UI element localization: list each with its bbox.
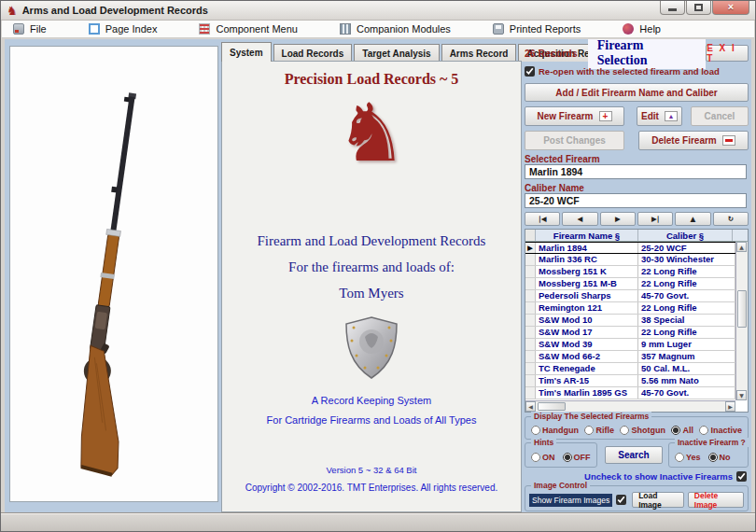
- menu-component-menu[interactable]: Component Menu: [199, 23, 297, 35]
- radio-hints-on-input[interactable]: [531, 453, 540, 462]
- firearm-name-cell[interactable]: Remington 121: [536, 302, 638, 314]
- radio-shotgun[interactable]: Shotgun: [620, 426, 665, 435]
- firearm-name-cell[interactable]: Mossberg 151 K: [536, 266, 638, 277]
- caliber-cell[interactable]: 38 Special: [638, 315, 735, 326]
- add-edit-firearm-button[interactable]: Add / Edit Firearm Name and Caliber: [525, 83, 749, 102]
- scroll-down-icon[interactable]: ▼: [736, 390, 747, 400]
- firearm-name-cell[interactable]: S&W Mod 39: [536, 339, 638, 350]
- radio-handgun-input[interactable]: [531, 426, 540, 435]
- radio-shotgun-input[interactable]: [620, 426, 629, 435]
- first-record-button[interactable]: |◀: [525, 212, 560, 226]
- tab-target-analysis[interactable]: Target Analysis: [354, 44, 439, 62]
- radio-hints-off-input[interactable]: [563, 453, 572, 462]
- menu-companion-modules[interactable]: Companion Modules: [340, 23, 451, 35]
- table-row[interactable]: Mossberg 151 M-B22 Long Rifle: [525, 278, 735, 290]
- caliber-cell[interactable]: 22 Long Rifle: [638, 266, 735, 277]
- next-record-button[interactable]: ▶: [600, 212, 636, 226]
- radio-inactive-no[interactable]: No: [708, 453, 731, 462]
- table-horizontal-scrollbar[interactable]: ◀ ▶: [525, 400, 735, 412]
- exit-button[interactable]: E X I T: [706, 45, 749, 62]
- firearm-name-cell[interactable]: TC Renegade: [536, 363, 638, 374]
- table-row[interactable]: S&W Mod 66-2357 Magnum: [525, 351, 735, 363]
- firearm-name-cell[interactable]: Marlin 1894: [536, 243, 638, 253]
- caliber-header[interactable]: Caliber §: [638, 230, 733, 241]
- radio-rifle[interactable]: Rifle: [584, 426, 614, 435]
- caliber-cell[interactable]: 9 mm Luger: [638, 339, 735, 350]
- caliber-cell[interactable]: 30-30 Winchester: [638, 254, 735, 265]
- radio-all[interactable]: All: [671, 426, 693, 435]
- radio-handgun[interactable]: Handgun: [531, 426, 579, 435]
- table-row[interactable]: TC Renegade50 Cal. M.L.: [525, 363, 735, 375]
- scroll-left-icon[interactable]: ◀: [525, 401, 536, 412]
- radio-inactive-yes[interactable]: Yes: [675, 453, 701, 462]
- horizontal-scroll-thumb[interactable]: [538, 402, 566, 411]
- caliber-cell[interactable]: 45-70 Govt.: [638, 387, 735, 399]
- table-row[interactable]: Mossberg 151 K22 Long Rifle: [525, 266, 735, 278]
- table-row[interactable]: Remington 12122 Long Rifle: [525, 302, 735, 315]
- caliber-cell[interactable]: 45-70 Govt.: [638, 290, 735, 301]
- menu-printed-reports[interactable]: Printed Reports: [493, 23, 581, 35]
- tab-load-records[interactable]: Load Records: [273, 44, 353, 62]
- caliber-cell[interactable]: 22 Long Rifle: [638, 278, 735, 289]
- reopen-checkbox[interactable]: [525, 66, 535, 77]
- load-image-button[interactable]: Load Image: [632, 492, 684, 508]
- minimize-button[interactable]: [660, 1, 685, 15]
- table-row[interactable]: Pedersoli Sharps45-70 Govt.: [525, 290, 735, 302]
- table-row[interactable]: S&W Mod 399 mm Luger: [525, 339, 735, 351]
- table-row[interactable]: Tim's AR-155.56 mm Nato: [525, 375, 735, 387]
- firearm-name-cell[interactable]: Marlin 336 RC: [536, 254, 638, 265]
- firearm-name-cell[interactable]: Mossberg 151 M-B: [536, 278, 638, 289]
- menu-file[interactable]: File: [13, 23, 47, 35]
- menu-help[interactable]: Help: [623, 23, 661, 35]
- search-button[interactable]: Search: [605, 446, 663, 464]
- maximize-button[interactable]: [686, 1, 711, 15]
- table-row[interactable]: Marlin 336 RC30-30 Winchester: [525, 254, 735, 266]
- caliber-name-input[interactable]: [525, 193, 747, 208]
- delete-image-button[interactable]: Delete Image: [688, 492, 744, 508]
- uncheck-inactive-checkbox[interactable]: [736, 471, 747, 482]
- caliber-cell[interactable]: 22 Long Rifle: [638, 302, 735, 314]
- caliber-cell[interactable]: 25-20 WCF: [638, 243, 735, 253]
- scroll-up-icon[interactable]: ▲: [736, 242, 747, 252]
- selected-firearm-input[interactable]: [525, 164, 747, 179]
- firearm-name-cell[interactable]: Pedersoli Sharps: [536, 290, 638, 301]
- vertical-scroll-thumb[interactable]: [737, 290, 747, 328]
- table-row[interactable]: ▶Marlin 189425-20 WCF: [525, 242, 735, 254]
- show-firearm-images-checkbox[interactable]: [616, 495, 626, 505]
- caliber-cell[interactable]: 50 Cal. M.L.: [638, 363, 735, 374]
- tab-arms-record[interactable]: Arms Record: [441, 44, 517, 62]
- table-row[interactable]: S&W Mod 1038 Special: [525, 315, 735, 327]
- refresh-button[interactable]: ↻: [713, 212, 749, 226]
- caliber-cell[interactable]: 5.56 mm Nato: [638, 375, 735, 386]
- edit-button[interactable]: Edit▲: [637, 106, 682, 126]
- firearm-name-cell[interactable]: S&W Mod 17: [536, 327, 638, 338]
- previous-record-button[interactable]: ◀: [562, 212, 597, 226]
- table-vertical-scrollbar[interactable]: ▲ ▼: [735, 242, 748, 400]
- insert-record-button[interactable]: ▲: [675, 212, 710, 226]
- radio-inactive[interactable]: Inactive: [699, 426, 742, 435]
- tab-system[interactable]: System: [221, 42, 272, 62]
- caliber-cell[interactable]: 357 Magnum: [638, 351, 735, 362]
- scroll-right-icon[interactable]: ▶: [725, 401, 735, 412]
- radio-hints-off[interactable]: OFF: [563, 453, 591, 462]
- table-row[interactable]: Tim's Marlin 1895 GS45-70 Govt.: [525, 387, 735, 399]
- radio-hints-on[interactable]: ON: [531, 453, 555, 462]
- radio-all-input[interactable]: [671, 426, 680, 435]
- firearm-name-cell[interactable]: S&W Mod 10: [536, 315, 638, 326]
- firearm-name-cell[interactable]: Tim's AR-15: [536, 375, 638, 386]
- caliber-cell[interactable]: 22 Long Rifle: [638, 327, 735, 338]
- radio-inactive-input[interactable]: [699, 426, 708, 435]
- radio-rifle-input[interactable]: [584, 426, 594, 435]
- firearm-name-header[interactable]: Firearm Name §: [536, 230, 638, 241]
- table-row[interactable]: S&W Mod 1722 Long Rifle: [525, 327, 735, 339]
- firearm-name-cell[interactable]: S&W Mod 66-2: [536, 351, 638, 362]
- last-record-button[interactable]: ▶|: [637, 212, 673, 226]
- firearm-name-cell[interactable]: Tim's Marlin 1895 GS: [536, 387, 638, 399]
- new-firearm-button[interactable]: New Firearm+: [525, 106, 624, 126]
- radio-inactive-no-input[interactable]: [708, 453, 718, 462]
- close-button[interactable]: ×: [712, 1, 749, 15]
- radio-inactive-yes-input[interactable]: [675, 453, 684, 462]
- menu-label: Component Menu: [216, 23, 297, 35]
- menu-page-index[interactable]: Page Index: [89, 23, 158, 35]
- delete-firearm-button[interactable]: Delete Firearm: [638, 131, 749, 150]
